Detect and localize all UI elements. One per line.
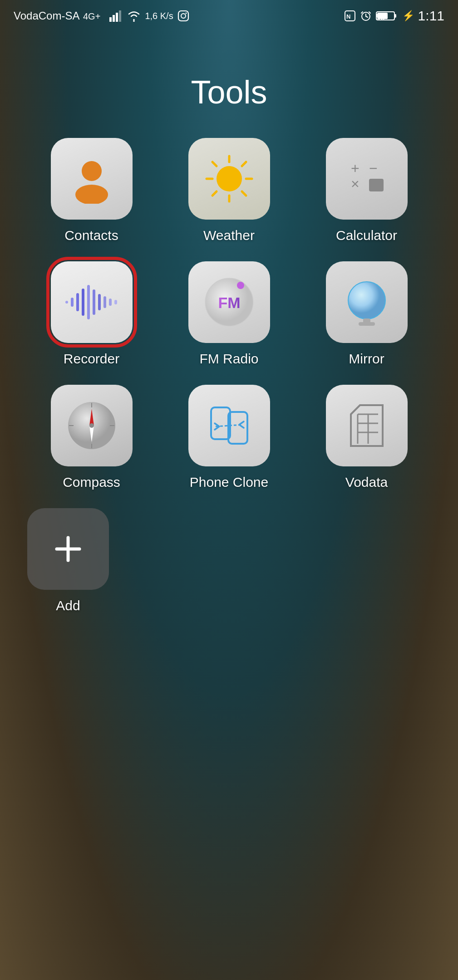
svg-rect-33: [369, 179, 384, 191]
svg-line-28: [242, 162, 246, 166]
app-item-recorder[interactable]: Recorder: [27, 261, 156, 367]
app-item-mirror[interactable]: Mirror: [302, 261, 431, 367]
app-item-fm-radio[interactable]: FM FM Radio: [165, 261, 293, 367]
svg-rect-1: [109, 17, 112, 22]
instagram-icon: [177, 10, 190, 22]
network-type: 4G+: [83, 10, 106, 22]
carrier-text: VodaCom-SA: [14, 10, 79, 22]
app-label-phone-clone: Phone Clone: [190, 475, 268, 490]
wifi-icon: [127, 10, 141, 22]
svg-line-12: [366, 16, 368, 17]
svg-rect-5: [178, 11, 188, 21]
app-item-weather[interactable]: Weather: [165, 138, 293, 243]
svg-text:×: ×: [351, 176, 360, 192]
svg-line-14: [369, 12, 370, 13]
app-icon-calculator: + − ×: [326, 138, 408, 220]
app-item-phone-clone[interactable]: Phone Clone: [165, 385, 293, 490]
app-icon-recorder: [51, 261, 133, 343]
nfc-icon: N: [344, 10, 356, 22]
svg-point-59: [89, 423, 94, 428]
svg-rect-4: [119, 10, 121, 22]
app-label-compass: Compass: [63, 475, 120, 490]
app-label-mirror: Mirror: [349, 351, 384, 367]
charging-icon: ⚡: [402, 10, 414, 22]
app-label-calculator: Calculator: [336, 228, 397, 243]
status-left: VodaCom-SA 4G+ 1,6 K/s: [14, 10, 190, 22]
app-label-fm-radio: FM Radio: [199, 351, 258, 367]
app-icon-mirror: [326, 261, 408, 343]
svg-text:−: −: [369, 160, 378, 176]
app-label-weather: Weather: [203, 228, 255, 243]
app-item-calculator[interactable]: + − × Calculator: [302, 138, 431, 243]
app-grid: Contacts Weather: [0, 138, 458, 490]
signal-bars: [109, 10, 123, 22]
add-label: Add: [56, 598, 80, 613]
app-label-contacts: Contacts: [64, 228, 118, 243]
app-icon-phone-clone: [188, 385, 270, 466]
app-label-vodata: Vodata: [345, 475, 388, 490]
app-icon-compass: [51, 385, 133, 466]
add-button[interactable]: Add: [27, 508, 109, 613]
app-item-contacts[interactable]: Contacts: [27, 138, 156, 243]
svg-line-26: [212, 162, 217, 166]
svg-line-13: [361, 12, 363, 13]
svg-point-6: [181, 14, 186, 18]
app-icon-vodata: [326, 385, 408, 466]
svg-text:4G+: 4G+: [83, 11, 100, 21]
app-icon-fm-radio: FM: [188, 261, 270, 343]
svg-line-27: [242, 191, 246, 196]
status-right: N 58 ⚡ 1:11: [344, 8, 444, 24]
app-label-recorder: Recorder: [64, 351, 119, 367]
speed-text: 1,6 K/s: [145, 11, 173, 21]
svg-point-19: [82, 161, 102, 181]
svg-line-29: [212, 191, 217, 196]
time-text: 1:11: [418, 8, 444, 24]
battery-icon: 58: [376, 10, 399, 22]
svg-rect-3: [116, 13, 118, 22]
page-title: Tools: [0, 74, 458, 111]
svg-point-7: [185, 13, 187, 14]
svg-rect-51: [359, 322, 375, 326]
svg-point-49: [349, 282, 385, 318]
svg-point-21: [217, 166, 242, 191]
svg-text:+: +: [351, 160, 360, 176]
svg-text:58: 58: [376, 13, 385, 22]
status-bar: VodaCom-SA 4G+ 1,6 K/s: [0, 0, 458, 28]
svg-point-20: [75, 185, 108, 204]
app-icon-weather: [188, 138, 270, 220]
alarm-icon: [360, 10, 372, 22]
app-item-compass[interactable]: Compass: [27, 385, 156, 490]
svg-point-47: [237, 282, 244, 289]
app-item-vodata[interactable]: Vodata: [302, 385, 431, 490]
svg-text:N: N: [346, 13, 350, 20]
app-icon-contacts: [51, 138, 133, 220]
svg-rect-2: [113, 15, 115, 22]
svg-rect-17: [394, 14, 396, 18]
add-icon: [27, 508, 109, 590]
svg-text:FM: FM: [218, 294, 240, 311]
